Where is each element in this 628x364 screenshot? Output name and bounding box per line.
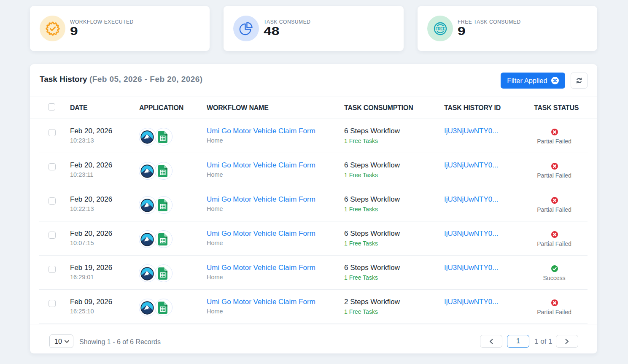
svg-text:FREE: FREE — [435, 26, 445, 31]
